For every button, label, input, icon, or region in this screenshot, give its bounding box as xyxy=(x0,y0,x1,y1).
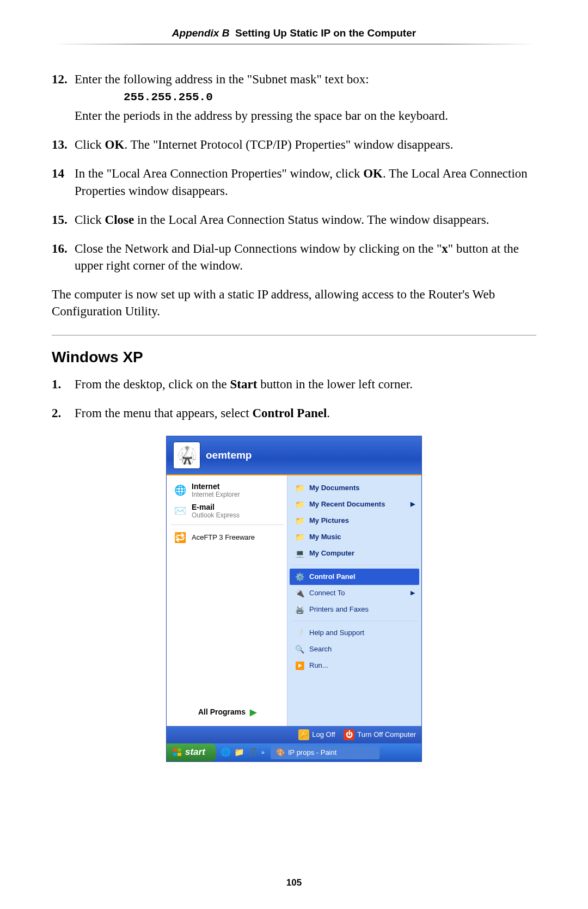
chevron-right-icon[interactable]: » xyxy=(261,749,265,755)
logoff-icon: 🔑 xyxy=(298,729,309,740)
step-body: Close the Network and Dial-up Connection… xyxy=(75,240,536,274)
help-item[interactable]: ❔Help and Support xyxy=(290,625,419,641)
step-body: In the "Local Area Connection Properties… xyxy=(75,165,536,199)
subnet-mask-code: 255.255.255.0 xyxy=(124,90,536,105)
section-heading: Windows XP xyxy=(52,349,536,366)
step-body: Enter the following address in the "Subn… xyxy=(75,71,536,124)
conclusion-text: The computer is now set up with a static… xyxy=(52,286,536,320)
username-label: oemtemp xyxy=(206,449,252,461)
email-item[interactable]: ✉️ E-mail Outlook Express xyxy=(170,501,285,521)
aceftp-item[interactable]: 🔁 AceFTP 3 Freeware xyxy=(170,528,285,547)
step-number: 13. xyxy=(52,136,75,153)
page-header: Appendix B Setting Up Static IP on the C… xyxy=(52,27,536,39)
start-menu-right-pane: 📁My Documents 📁My Recent Documents▶ 📁My … xyxy=(287,475,421,726)
all-programs-item[interactable]: All Programs ▶ xyxy=(170,701,285,724)
media-icon[interactable]: 🎵 xyxy=(248,747,258,757)
connect-to-item[interactable]: 🔌Connect To▶ xyxy=(290,585,419,601)
right-separator xyxy=(291,621,418,621)
ftp-icon: 🔁 xyxy=(173,530,187,545)
step-number: 14 xyxy=(52,165,75,199)
folder-icon[interactable]: 📁 xyxy=(234,747,244,757)
search-item[interactable]: 🔍Search xyxy=(290,641,419,657)
steps-list-b: 1. From the desktop, click on the Start … xyxy=(52,376,536,422)
chevron-right-icon: ▶ xyxy=(411,589,415,596)
steps-list-a: 12. Enter the following address in the "… xyxy=(52,71,536,274)
search-icon: 🔍 xyxy=(294,644,305,655)
step-number: 2. xyxy=(52,405,75,422)
windows-flag-icon xyxy=(173,748,182,756)
control-panel-item[interactable]: ⚙️Control Panel xyxy=(290,569,419,585)
start-menu-bottom: 🔑Log Off ⏻Turn Off Computer xyxy=(167,726,421,743)
header-title: Setting Up Static IP on the Computer xyxy=(235,27,416,39)
my-music-item[interactable]: 📁My Music xyxy=(290,529,419,545)
step-number: 1. xyxy=(52,376,75,393)
step-number: 15. xyxy=(52,211,75,228)
my-documents-item[interactable]: 📁My Documents xyxy=(290,480,419,496)
header-rule xyxy=(52,44,536,45)
chevron-right-icon: ▶ xyxy=(411,501,415,508)
my-recent-documents-item[interactable]: 📁My Recent Documents▶ xyxy=(290,496,419,513)
step-body: Click Close in the Local Area Connection… xyxy=(75,211,536,228)
my-computer-item[interactable]: 💻My Computer xyxy=(290,545,419,562)
quick-launch: 🌐 📁 🎵 » xyxy=(216,743,269,761)
step-body: Click OK. The "Internet Protocol (TCP/IP… xyxy=(75,136,536,153)
right-separator xyxy=(291,565,418,565)
taskbar: start 🌐 📁 🎵 » 🎨 IP props - Paint xyxy=(167,743,421,761)
step-body: From the desktop, click on the Start but… xyxy=(75,376,536,393)
step-body: From the menu that appears, select Contr… xyxy=(75,405,536,422)
left-separator xyxy=(171,524,284,525)
outlook-icon: ✉️ xyxy=(173,504,187,518)
step-number: 12. xyxy=(52,71,75,124)
internet-item[interactable]: 🌐 Internet Internet Explorer xyxy=(170,480,285,501)
shutdown-button[interactable]: ⏻Turn Off Computer xyxy=(344,729,416,740)
folder-icon: 📁 xyxy=(294,483,305,493)
section-divider xyxy=(52,335,536,335)
logoff-button[interactable]: 🔑Log Off xyxy=(298,729,335,740)
run-item[interactable]: ▶️Run... xyxy=(290,657,419,674)
help-icon: ❔ xyxy=(294,627,305,638)
ie-icon: 🌐 xyxy=(173,483,187,497)
start-menu-figure: 🥋 oemtemp 🌐 Internet Internet Explorer ✉… xyxy=(166,436,422,762)
run-icon: ▶️ xyxy=(294,660,305,671)
ie-icon[interactable]: 🌐 xyxy=(220,747,231,757)
printer-icon: 🖨️ xyxy=(294,604,305,615)
network-icon: 🔌 xyxy=(294,588,305,599)
folder-icon: 📁 xyxy=(294,499,305,510)
user-avatar-icon: 🥋 xyxy=(173,442,200,469)
triangle-right-icon: ▶ xyxy=(250,707,256,717)
appendix-label: Appendix B xyxy=(172,27,230,39)
my-pictures-item[interactable]: 📁My Pictures xyxy=(290,513,419,529)
computer-icon: 💻 xyxy=(294,548,305,559)
control-panel-icon: ⚙️ xyxy=(294,571,305,582)
folder-icon: 📁 xyxy=(294,532,305,542)
printers-item[interactable]: 🖨️Printers and Faxes xyxy=(290,601,419,618)
taskbar-task-paint[interactable]: 🎨 IP props - Paint xyxy=(271,746,379,759)
power-icon: ⏻ xyxy=(344,729,354,740)
start-button[interactable]: start xyxy=(167,743,216,761)
page-number: 105 xyxy=(0,877,588,888)
step-number: 16. xyxy=(52,240,75,274)
start-menu-left-pane: 🌐 Internet Internet Explorer ✉️ E-mail O… xyxy=(167,475,287,726)
paint-icon: 🎨 xyxy=(276,748,285,757)
folder-icon: 📁 xyxy=(294,515,305,526)
start-menu-banner: 🥋 oemtemp xyxy=(167,436,421,475)
